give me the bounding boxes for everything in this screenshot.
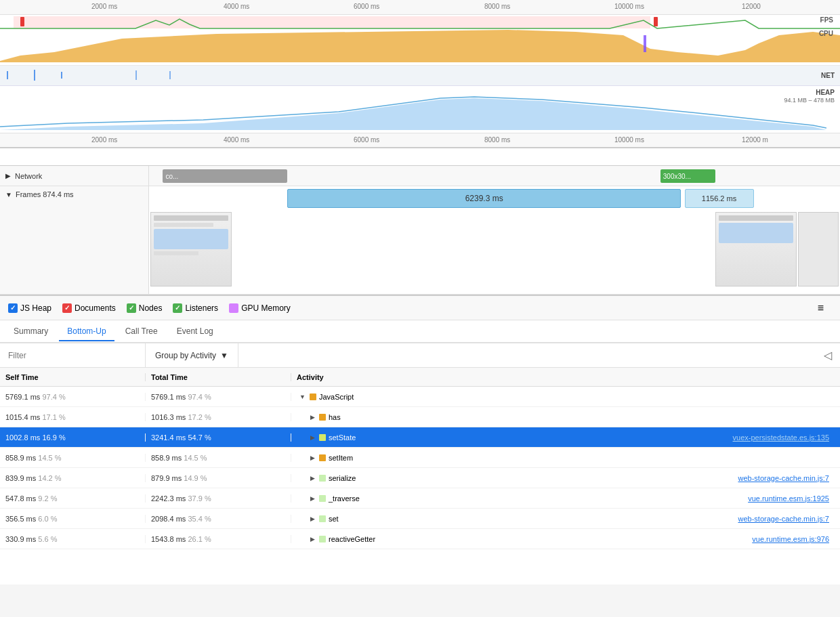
network-block-300: 300x30... xyxy=(660,169,716,183)
expand-icon-4[interactable]: ▶ xyxy=(310,475,315,482)
cell-self-2: 1002.8 ms 16.9 % xyxy=(0,433,146,442)
cell-total-5: 2242.3 ms 37.9 % xyxy=(146,494,291,503)
hamburger-icon[interactable]: ≡ xyxy=(810,302,832,314)
svg-rect-0 xyxy=(14,16,650,28)
svg-marker-10 xyxy=(0,98,826,130)
js-heap-check[interactable]: ✓ xyxy=(8,303,18,313)
self-pct-2: 16.9 % xyxy=(42,433,65,442)
tab-bottom-up[interactable]: Bottom-Up xyxy=(59,322,114,341)
expand-icon-6[interactable]: ▶ xyxy=(310,515,315,522)
checkbox-listeners[interactable]: ✓ Listeners xyxy=(173,303,218,313)
btick-10000: 10000 ms xyxy=(614,136,644,144)
table-row[interactable]: 839.9 ms 14.2 % 879.9 ms 14.9 % ▶ serial… xyxy=(0,468,840,488)
js-heap-label: JS Heap xyxy=(20,303,51,313)
self-val-3: 858.9 ms xyxy=(5,454,36,462)
self-val-4: 839.9 ms xyxy=(5,474,36,482)
table-row[interactable]: 1002.8 ms 16.9 % 3241.4 ms 54.7 % ▶ setS… xyxy=(0,427,840,448)
svg-rect-6 xyxy=(34,70,35,81)
network-label[interactable]: ▶ Network xyxy=(0,166,149,186)
filter-collapse-icon[interactable]: ◁ xyxy=(816,349,840,362)
expand-icon-3[interactable]: ▶ xyxy=(310,454,315,461)
total-val-6: 2098.4 ms xyxy=(151,515,186,523)
activity-link-7[interactable]: vue.runtime.esm.js:976 xyxy=(752,535,835,543)
svg-rect-4 xyxy=(644,35,646,52)
self-pct-0: 97.4 % xyxy=(42,393,65,401)
cell-total-7: 1543.8 ms 26.1 % xyxy=(146,535,291,543)
tracks-section: ▶ Network co... 300x30... ▼ Frames 874.4… xyxy=(0,166,840,296)
gpu-label: GPU Memory xyxy=(241,303,291,313)
total-pct-3: 14.5 % xyxy=(184,454,207,462)
col-header-total[interactable]: Total Time xyxy=(146,373,291,381)
table-row[interactable]: 858.9 ms 14.5 % 858.9 ms 14.5 % ▶ setIte… xyxy=(0,448,840,468)
total-pct-5: 37.9 % xyxy=(188,494,211,503)
expand-network-icon[interactable]: ▶ xyxy=(5,172,11,179)
nodes-check[interactable]: ✓ xyxy=(127,303,136,313)
total-val-7: 1543.8 ms xyxy=(151,535,186,543)
svg-rect-1 xyxy=(20,17,24,26)
cell-activity-5: ▶ _traverse vue.runtime.esm.js:1925 xyxy=(291,494,840,503)
net-graph xyxy=(0,66,826,86)
total-val-1: 1016.3 ms xyxy=(151,413,186,421)
total-val-5: 2242.3 ms xyxy=(151,494,186,503)
timeline-section: 2000 ms 4000 ms 6000 ms 8000 ms 10000 ms… xyxy=(0,0,840,166)
cell-total-2: 3241.4 ms 54.7 % xyxy=(146,433,291,442)
network-content: co... 300x30... xyxy=(149,166,840,186)
total-pct-1: 17.2 % xyxy=(188,413,211,421)
tab-call-tree[interactable]: Call Tree xyxy=(117,322,166,341)
frames-label[interactable]: ▼ Frames 874.4 ms xyxy=(0,186,149,294)
activity-link-2[interactable]: vuex-persistedstate.es.js:135 xyxy=(733,433,835,442)
frames-content: 6239.3 ms 1156.2 ms xyxy=(149,186,840,294)
btick-8000: 8000 ms xyxy=(484,136,510,144)
tab-event-log[interactable]: Event Log xyxy=(169,322,222,341)
expand-icon-0[interactable]: ▼ xyxy=(299,393,306,400)
listeners-label: Listeners xyxy=(185,303,218,313)
activity-link-4[interactable]: web-storage-cache.min.js:7 xyxy=(738,474,835,482)
filter-input[interactable] xyxy=(0,343,146,367)
expand-icon-1[interactable]: ▶ xyxy=(310,414,315,421)
checkbox-js-heap[interactable]: ✓ JS Heap xyxy=(8,303,51,313)
cell-total-0: 5769.1 ms 97.4 % xyxy=(146,393,291,401)
table-header: Self Time Total Time Activity xyxy=(0,368,840,387)
activity-link-5[interactable]: vue.runtime.esm.js:1925 xyxy=(748,494,835,503)
activity-link-6[interactable]: web-storage-cache.min.js:7 xyxy=(738,515,835,523)
checkbox-row: ✓ JS Heap ✓ Documents ✓ Nodes ✓ Listener… xyxy=(0,296,840,320)
cell-self-0: 5769.1 ms 97.4 % xyxy=(0,393,146,401)
total-pct-4: 14.9 % xyxy=(184,474,207,482)
frame-block-6239: 6239.3 ms xyxy=(287,189,681,208)
group-by-button[interactable]: Group by Activity ▼ xyxy=(146,343,238,367)
btick-4000: 4000 ms xyxy=(224,136,249,144)
tick-2000: 2000 ms xyxy=(91,3,117,10)
activity-color-2 xyxy=(319,434,326,441)
tabs-row: Summary Bottom-Up Call Tree Event Log xyxy=(0,320,840,343)
tick-10000: 10000 ms xyxy=(614,3,644,10)
listeners-check[interactable]: ✓ xyxy=(173,303,182,313)
table-row[interactable]: 356.5 ms 6.0 % 2098.4 ms 35.4 % ▶ set we… xyxy=(0,509,840,529)
table-row[interactable]: 330.9 ms 5.6 % 1543.8 ms 26.1 % ▶ reacti… xyxy=(0,529,840,549)
table-row[interactable]: 1015.4 ms 17.1 % 1016.3 ms 17.2 % ▶ has xyxy=(0,407,840,427)
svg-rect-7 xyxy=(61,72,62,79)
col-header-self[interactable]: Self Time xyxy=(0,373,146,381)
documents-check[interactable]: ✓ xyxy=(62,303,72,313)
frames-label-text: Frames 874.4 ms xyxy=(16,190,74,198)
activity-color-3 xyxy=(319,454,326,461)
filter-row: Group by Activity ▼ ◁ xyxy=(0,343,840,368)
fps-cpu-area: FPS CPU xyxy=(0,15,840,66)
self-val-0: 5769.1 ms xyxy=(5,393,40,401)
screenshot-right1 xyxy=(715,212,797,286)
tick-4000: 4000 ms xyxy=(224,3,249,10)
checkbox-gpu[interactable]: GPU Memory xyxy=(229,303,291,313)
expand-icon-5[interactable]: ▶ xyxy=(310,495,315,502)
total-val-3: 858.9 ms xyxy=(151,454,182,462)
checkbox-documents[interactable]: ✓ Documents xyxy=(62,303,116,313)
table-row[interactable]: 5769.1 ms 97.4 % 5769.1 ms 97.4 % ▼ Java… xyxy=(0,387,840,407)
expand-icon-7[interactable]: ▶ xyxy=(310,536,315,542)
tab-summary[interactable]: Summary xyxy=(5,322,56,341)
table-row[interactable]: 547.8 ms 9.2 % 2242.3 ms 37.9 % ▶ _trave… xyxy=(0,488,840,509)
tick-8000: 8000 ms xyxy=(484,3,510,10)
expand-icon-2[interactable]: ▶ xyxy=(310,434,315,441)
checkbox-nodes[interactable]: ✓ Nodes xyxy=(127,303,163,313)
expand-frames-icon[interactable]: ▼ xyxy=(5,191,12,198)
self-val-1: 1015.4 ms xyxy=(5,413,40,421)
svg-marker-3 xyxy=(0,30,840,62)
self-pct-3: 14.5 % xyxy=(38,454,61,462)
